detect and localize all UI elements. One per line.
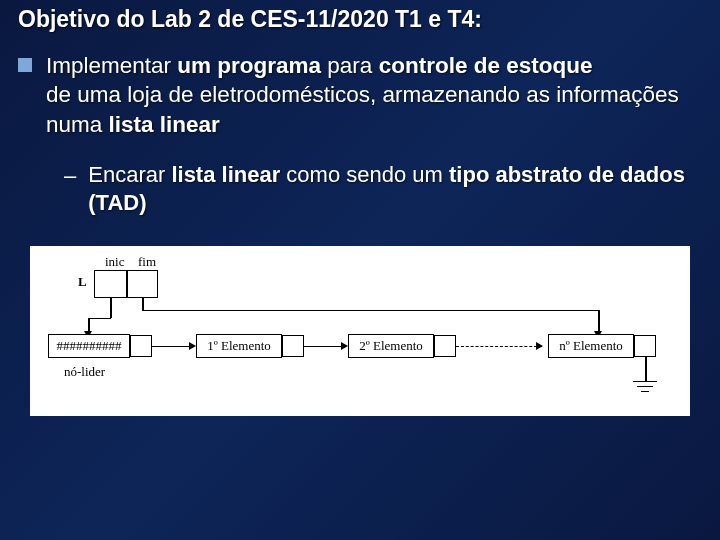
bullet-item: Implementar um programa para controle de… [18,51,702,139]
arrowhead-icon [536,342,543,350]
text-fragment: Implementar [46,53,171,78]
ground-icon [641,391,649,393]
box-divider [126,270,128,298]
line [645,357,647,381]
text-fragment: lista linear [171,162,280,187]
text-fragment: controle de estoque [379,53,593,78]
label-inic: inic [105,254,125,270]
text-fragment: lista linear [109,112,220,137]
dash-icon: – [64,163,76,189]
text-fragment: Encarar [88,162,171,187]
node1-box: 1º Elemento [196,334,282,358]
ground-icon [637,386,653,388]
arrow [598,310,600,332]
linked-list-diagram: inic fim L ########## nó-lider 1º Elemen… [30,246,690,416]
node2-box: 2º Elemento [348,334,434,358]
node2-ptr-box [434,335,456,357]
arrow [152,346,190,348]
node1-ptr-box [282,335,304,357]
label-fim: fim [138,254,156,270]
dashed-line [456,346,542,347]
leader-node-box: ########## [48,334,130,358]
sub-bullet-item: – Encarar lista linear como sendo um tip… [64,161,702,218]
noden-ptr-box [634,335,656,357]
leader-ptr-box [130,335,152,357]
arrow [88,318,90,332]
line [88,318,111,320]
arrow [304,346,342,348]
text-fragment: para [321,53,379,78]
label-L: L [78,274,87,290]
slide-title: Objetivo do Lab 2 de CES-11/2020 T1 e T4… [18,6,702,33]
text-fragment: um programa [177,53,321,78]
text-fragment: como sendo um [280,162,449,187]
sub-text: Encarar lista linear como sendo um tipo … [88,161,702,218]
line [110,298,112,318]
ground-icon [633,381,657,383]
bullet-square-icon [18,58,32,72]
noden-box: nº Elemento [548,334,634,358]
label-no-lider: nó-lider [64,364,105,380]
bullet-text: Implementar um programa para controle de… [46,51,702,139]
line [142,310,598,312]
line [142,298,144,310]
